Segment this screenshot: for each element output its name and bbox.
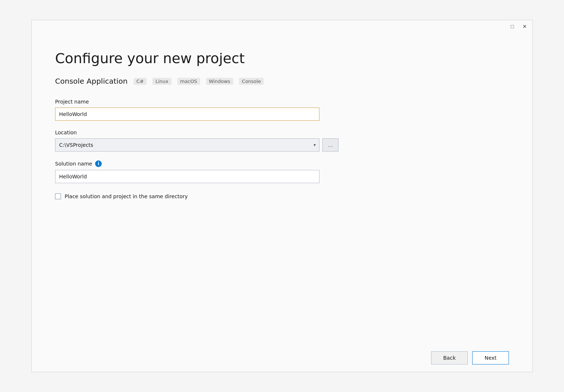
next-button[interactable]: Next — [472, 351, 509, 364]
location-label: Location — [55, 130, 509, 135]
project-type-name: Console Application — [55, 77, 128, 86]
location-select-wrapper: C:\VSProjects — [55, 138, 319, 152]
form-section: Project name Location C:\VSProjects ... — [55, 99, 509, 332]
tag-macos: macOS — [177, 78, 200, 85]
project-name-group: Project name — [55, 99, 509, 121]
back-button[interactable]: Back — [431, 351, 468, 364]
close-button[interactable]: ✕ — [521, 23, 528, 30]
maximize-button[interactable]: □ — [509, 23, 516, 30]
info-icon: i — [95, 160, 102, 167]
footer: Back Next — [32, 344, 532, 372]
tag-csharp: C# — [134, 78, 147, 85]
tag-windows: Windows — [206, 78, 233, 85]
tag-console: Console — [239, 78, 264, 85]
project-type-row: Console Application C# Linux macOS Windo… — [55, 77, 509, 86]
tag-linux: Linux — [152, 78, 171, 85]
main-content: Configure your new project Console Appli… — [32, 33, 532, 344]
title-bar: □ ✕ — [32, 20, 532, 33]
project-name-input[interactable] — [55, 108, 319, 121]
location-select[interactable]: C:\VSProjects — [55, 138, 319, 152]
main-window: □ ✕ Configure your new project Console A… — [31, 20, 533, 372]
same-directory-checkbox[interactable] — [55, 193, 61, 199]
project-name-label: Project name — [55, 99, 509, 105]
location-group: Location C:\VSProjects ... — [55, 130, 509, 152]
same-directory-row: Place solution and project in the same d… — [55, 193, 509, 199]
solution-name-input[interactable] — [55, 170, 319, 183]
solution-name-label: Solution name i — [55, 160, 509, 167]
solution-name-group: Solution name i — [55, 160, 509, 183]
location-row: C:\VSProjects ... — [55, 138, 509, 152]
same-directory-label: Place solution and project in the same d… — [65, 193, 188, 199]
browse-button[interactable]: ... — [322, 138, 339, 152]
page-title: Configure your new project — [55, 50, 509, 66]
